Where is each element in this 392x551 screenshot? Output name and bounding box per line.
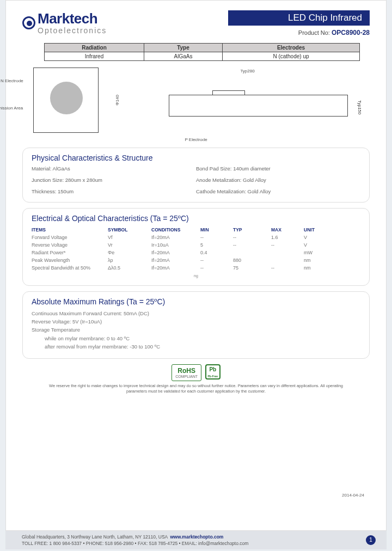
phys-cell: Bond Pad Size: 140um diameter — [196, 166, 360, 172]
p-electrode-label: P Electrode — [22, 137, 370, 142]
col-items: ITEMS — [32, 227, 108, 232]
phys-cell: Material: AlGaAs — [32, 166, 196, 172]
footer: Global Headquarters, 3 Northway Lane Nor… — [5, 531, 387, 549]
col-min: MIN — [200, 227, 233, 232]
elec-cell: 75 — [233, 265, 271, 271]
electrical-section: Electrical & Optical Characteristics (Ta… — [22, 208, 370, 286]
logo-main-text: Marktech — [38, 10, 107, 27]
abs-line: Continuous Maximum Forward Current: 50mA… — [32, 309, 360, 317]
elec-cell: Vf — [108, 235, 151, 240]
pb-text: Pb — [209, 366, 216, 372]
n-electrode-label: N Electrode — [1, 78, 23, 83]
footer-hq: Global Headquarters, 3 Northway Lane Nor… — [22, 534, 168, 540]
logo: Marktech Optoelectronics — [22, 10, 107, 35]
classification-table: Radiation Type Electrodes Infrared AlGaA… — [44, 43, 360, 61]
elec-cell: Spectral Bandwidth at 50% — [32, 265, 108, 271]
phys-cell: Junction Size: 280um x 280um — [32, 177, 196, 183]
footer-url[interactable]: www.marktechopto.com — [170, 534, 223, 540]
elec-cell: Δλ0.5 — [108, 265, 151, 271]
th-type: Type — [144, 44, 223, 52]
title-bar: LED Chip Infrared — [228, 10, 370, 26]
abs-indent: while on mylar membrane: 0 to 40 ºC — [32, 334, 360, 342]
elec-cell: -- — [233, 235, 271, 240]
diagram-row: N Electrode Emission Area Φ140 Typ280 Ty… — [22, 64, 370, 138]
th-electrodes: Electrodes — [222, 44, 359, 52]
elec-row: Peak WavelengthλpIf=20mA--880nm — [32, 256, 360, 264]
physical-title: Physical Characteristics & Structure — [32, 154, 360, 162]
elec-cell: 0.4 — [200, 250, 233, 255]
elec-cell — [233, 250, 271, 255]
compliance-badges: RoHS COMPLIANT Pb Pb-Free — [22, 364, 370, 381]
chip-emission-circle — [50, 82, 83, 114]
elec-cell: Peak Wavelength — [32, 258, 108, 263]
elec-header-row: ITEMS SYMBOL CONDITIONS MIN TYP MAX UNIT — [32, 226, 360, 234]
rohs-sub: COMPLIANT — [175, 375, 198, 378]
td-electrodes: N (cathode) up — [222, 52, 359, 61]
elec-row: Reverse VoltageVrIr=10uA5----V — [32, 241, 360, 249]
elec-row: Radiant Power*ΦeIf=20mA0.4mW — [32, 249, 360, 256]
elec-cell: If=20mA — [151, 250, 200, 255]
elec-cell: -- — [233, 242, 271, 248]
footer-contacts: TOLL FREE: 1 800 984-5337 • PHONE: 518 9… — [22, 541, 370, 546]
elec-row: Forward VoltageVfIf=20mA----1.6V — [32, 234, 360, 241]
elec-cell: mW — [304, 250, 331, 255]
physical-section: Physical Characteristics & Structure Mat… — [22, 148, 370, 203]
elec-cell: If=20mA — [151, 265, 200, 271]
rohs-badge: RoHS COMPLIANT — [171, 364, 201, 381]
emission-area-label: Emission Area — [0, 106, 23, 111]
pb-free-badge: Pb Pb-Free — [205, 364, 220, 379]
elec-cell: -- — [200, 235, 233, 240]
elec-cell — [271, 250, 304, 255]
col-typ: TYP — [233, 227, 271, 232]
elec-cell: Ir=10uA — [151, 242, 200, 248]
chip-top-view — [33, 68, 99, 133]
phi-label: Φ140 — [115, 95, 120, 106]
header-right: LED Chip Infrared Product No: OPC8900-28 — [228, 10, 370, 36]
elec-cell: λp — [108, 258, 151, 263]
product-number-value: OPC8900-28 — [332, 29, 370, 36]
electrical-title: Electrical & Optical Characteristics (Ta… — [32, 214, 360, 223]
typ-width-label: Typ280 — [240, 69, 254, 74]
abs-indent: after removal from mylar membrane: -30 t… — [32, 342, 360, 351]
absolute-title: Absolute Maximum Ratings (Ta = 25ºC) — [32, 297, 360, 306]
revision-date: 2014-04-24 — [342, 493, 364, 498]
abs-line: Reverse Voltage: 5V (Ir=10uA) — [32, 317, 360, 326]
product-number: Product No: OPC8900-28 — [228, 29, 370, 36]
elec-cell: -- — [271, 242, 304, 248]
rohs-text: RoHS — [177, 367, 195, 375]
elec-cell: 5 — [200, 242, 233, 248]
disclaimer: We reserve the right to make changes to … — [39, 383, 353, 394]
elec-cell: -- — [200, 265, 233, 271]
typ-height-label: Typ150 — [357, 100, 362, 114]
elec-cell: nm — [304, 265, 331, 271]
elec-cell: Reverse Voltage — [32, 242, 108, 248]
page-number: 1 — [366, 535, 376, 545]
elec-cell: -- — [271, 265, 304, 271]
elec-cell: 880 — [233, 258, 271, 263]
elec-cell: nm — [304, 258, 331, 263]
col-symbol: SYMBOL — [108, 227, 151, 232]
elec-note: ng — [32, 274, 360, 278]
td-type: AlGaAs — [144, 52, 223, 61]
elec-cell: V — [304, 235, 331, 240]
elec-cell: Φe — [108, 250, 151, 255]
phys-cell: Thickness: 150um — [32, 188, 196, 194]
elec-cell: Forward Voltage — [32, 235, 108, 240]
elec-cell: If=20mA — [151, 258, 200, 263]
elec-cell: Radiant Power* — [32, 250, 108, 255]
col-conditions: CONDITIONS — [151, 227, 200, 232]
chip-side-view: Typ280 Typ150 — [136, 68, 359, 133]
elec-cell — [271, 258, 304, 263]
elec-cell: 1.6 — [271, 235, 304, 240]
phys-cell: Anode Metalization: Gold Alloy — [196, 177, 360, 183]
td-radiation: Infrared — [45, 52, 144, 61]
col-max: MAX — [271, 227, 304, 232]
header: Marktech Optoelectronics LED Chip Infrar… — [22, 10, 370, 36]
elec-cell: Vr — [108, 242, 151, 248]
col-unit: UNIT — [304, 227, 331, 232]
logo-icon — [22, 16, 35, 29]
th-radiation: Radiation — [45, 44, 144, 52]
logo-sub-text: Optoelectronics — [38, 26, 107, 35]
elec-cell: -- — [200, 258, 233, 263]
datasheet-page: Marktech Optoelectronics LED Chip Infrar… — [5, 0, 387, 531]
